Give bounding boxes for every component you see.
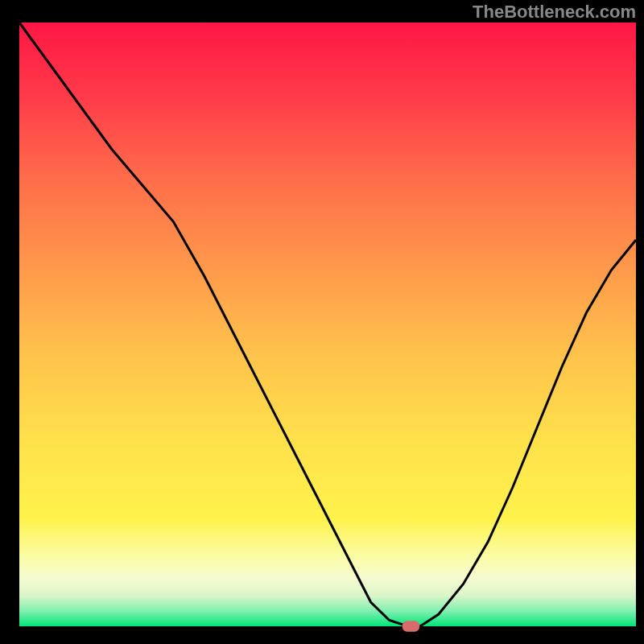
plot-background xyxy=(19,23,636,626)
watermark-text: TheBottleneck.com xyxy=(473,2,636,23)
optimal-marker xyxy=(402,621,419,632)
bottleneck-chart xyxy=(0,0,644,644)
chart-svg xyxy=(0,0,644,644)
